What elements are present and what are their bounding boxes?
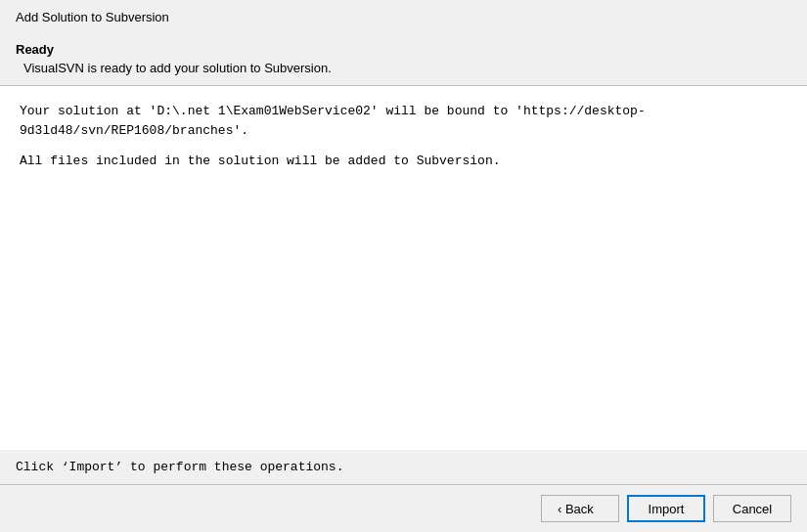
header-section: Ready VisualSVN is ready to add your sol…: [0, 32, 807, 85]
content-area: Your solution at 'D:\.net 1\Exam01WebSer…: [0, 86, 807, 450]
cancel-button-label: Cancel: [733, 502, 772, 516]
back-button[interactable]: ‹ Back: [541, 495, 619, 522]
import-button[interactable]: Import: [627, 495, 705, 522]
dialog-title: Add Solution to Subversion: [0, 0, 807, 32]
content-line2: All files included in the solution will …: [20, 152, 787, 171]
dialog-title-text: Add Solution to Subversion: [16, 10, 169, 24]
back-button-label: ‹ Back: [558, 502, 594, 516]
cancel-button[interactable]: Cancel: [713, 495, 791, 522]
status-heading: Ready: [16, 42, 791, 57]
content-text: Your solution at 'D:\.net 1\Exam01WebSer…: [20, 102, 787, 171]
content-line1: Your solution at 'D:\.net 1\Exam01WebSer…: [20, 102, 787, 140]
instruction-text: Click ‘Import’ to perform these operatio…: [0, 450, 807, 484]
import-button-label: Import: [649, 502, 685, 516]
status-subtitle: VisualSVN is ready to add your solution …: [16, 61, 791, 75]
dialog-container: Add Solution to Subversion Ready VisualS…: [0, 0, 807, 532]
button-bar: ‹ Back Import Cancel: [0, 485, 807, 532]
